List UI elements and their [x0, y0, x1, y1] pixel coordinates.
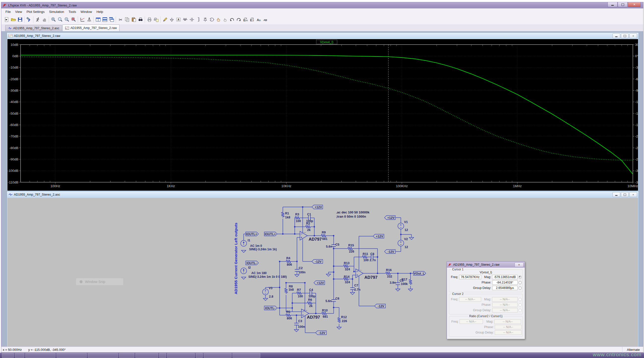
redo-button[interactable] [235, 16, 242, 23]
run-simulation-button[interactable] [34, 16, 41, 23]
cursor-dialog-title[interactable]: AD1955_Amp_797_Stereo_2.raw ✕ [447, 262, 525, 268]
copy-button[interactable] [124, 16, 130, 23]
net-flag-+12v[interactable]: +12V [373, 234, 384, 238]
taskbar-item[interactable] [232, 353, 260, 358]
spice-directive-button[interactable]: .op [262, 16, 269, 23]
title-bar[interactable]: LTspice XVII - AD1955_Amp_797_Stereo_2.r… [1, 2, 643, 8]
new-schematic-button[interactable] [3, 16, 10, 23]
net-flag--12v[interactable]: -12V [374, 304, 386, 308]
spice-directive-text[interactable]: ;tran 0 50m 0 1000n [336, 215, 366, 218]
drag-button[interactable] [222, 16, 228, 23]
spice-directive-text[interactable]: .ac dec 100 50 10000k [336, 210, 370, 214]
save-button[interactable] [16, 16, 23, 23]
schematic-canvas[interactable]: +12V-12V+12V-12V+12V-12V+12V-12VIOUTL+IO… [8, 198, 638, 348]
menu-item-help[interactable]: Help [94, 9, 105, 15]
open-file-button[interactable] [10, 16, 16, 23]
move-button[interactable] [215, 16, 222, 23]
taskbar-item[interactable] [167, 353, 195, 358]
print-preview-button[interactable] [153, 16, 160, 23]
taskbar-item[interactable] [135, 353, 158, 358]
minimize-button[interactable] [608, 2, 618, 7]
taskbar-item[interactable] [56, 353, 87, 358]
net-flag--12v[interactable]: -12V [316, 331, 326, 335]
close-button[interactable]: ✕ [628, 2, 641, 7]
place-inductor-button[interactable] [195, 16, 202, 23]
cut-button[interactable]: ✂ [117, 16, 124, 23]
menu-item-file[interactable]: File [3, 9, 13, 15]
halt-simulation-button[interactable] [41, 16, 48, 23]
net-flag-ioutl+[interactable]: IOUTL+ [246, 232, 258, 236]
taskbar-item[interactable] [2, 353, 14, 358]
child-minimize-button[interactable] [612, 192, 620, 197]
net-flag--12v[interactable]: -12V [312, 259, 323, 263]
place-capacitor-button[interactable] [188, 16, 195, 23]
maximize-button[interactable] [618, 2, 628, 7]
taskbar-item[interactable] [25, 353, 56, 358]
net-flag-+12v[interactable]: +12V [384, 216, 395, 220]
trace-title[interactable]: V(vout_l) [320, 40, 334, 44]
net-flag-+12v[interactable]: +12V [314, 281, 325, 285]
taskbar-item[interactable] [119, 353, 134, 358]
tab-waveform[interactable]: AD1955_Amp_797_Stereo_2.raw [62, 24, 120, 31]
place-ground-button[interactable] [168, 16, 175, 23]
component-label: 2.7n [354, 288, 360, 291]
menu-item-view[interactable]: View [13, 9, 24, 15]
tab-schematic[interactable]: AD1955_Amp_797_Stereo_2.asc [5, 25, 62, 31]
menu-item-window[interactable]: Window [78, 9, 94, 15]
net-flag-+12v[interactable]: +12V [312, 205, 323, 209]
net-flag-ioutl-[interactable]: IOUTL- [246, 261, 258, 265]
place-diode-button[interactable] [202, 16, 208, 23]
plot-settings-button[interactable] [86, 16, 92, 23]
menu-item-tools[interactable]: Tools [66, 9, 78, 15]
zoom-area-button[interactable] [50, 16, 57, 23]
child-close-button[interactable]: × [629, 192, 637, 197]
print-button[interactable] [146, 16, 153, 23]
net-flag-ioutl+[interactable]: IOUTL+ [264, 232, 277, 236]
windows-taskbar[interactable] [0, 353, 644, 358]
cursor1-mag-field[interactable]: -579.13651mdB [492, 275, 517, 279]
menu-item-simulation[interactable]: Simulation [47, 9, 66, 15]
place-label-button[interactable]: A [175, 16, 182, 23]
dialog-close-button[interactable]: ✕ [514, 262, 524, 267]
menu-item-plot-settings[interactable]: Plot Settings [24, 9, 47, 15]
taskbar-item[interactable] [204, 353, 232, 358]
cascade-windows-button[interactable] [108, 16, 115, 23]
taskbar-item[interactable] [15, 353, 24, 358]
taskbar-item[interactable] [159, 353, 166, 358]
cursor-dialog[interactable]: AD1955_Amp_797_Stereo_2.raw ✕ Cursor 1 V… [447, 261, 525, 339]
child-close-button[interactable]: × [629, 33, 637, 38]
place-resistor-button[interactable] [182, 16, 188, 23]
taskbar-item[interactable] [88, 353, 118, 358]
cursor1-gd-radio[interactable] [518, 286, 522, 290]
tile-horizontally-button[interactable] [102, 16, 108, 23]
cursor1-phase-field[interactable]: -84.214028° [492, 280, 518, 285]
waveform-window-title[interactable]: AD1955_Amp_797_Stereo_2.raw × [7, 33, 638, 39]
zoom-back-button[interactable] [57, 16, 64, 23]
schematic-window-title[interactable]: AD1955_Amp_797_Stereo_2.asc × [7, 191, 638, 197]
paste-button[interactable] [130, 16, 137, 23]
child-restore-button[interactable] [621, 33, 629, 38]
place-component-button[interactable] [208, 16, 215, 23]
autorange-button[interactable] [79, 16, 86, 23]
net-flag-voutl[interactable]: VOut_L [414, 271, 426, 275]
cursor1-freq-field[interactable]: 76.54787KHz [459, 275, 481, 279]
control-panel-button[interactable] [26, 16, 32, 23]
taskbar-item[interactable] [196, 353, 203, 358]
find-button[interactable] [137, 16, 144, 23]
draw-wire-button[interactable] [162, 16, 168, 23]
rotate-button[interactable]: E3 [249, 16, 255, 23]
net-flag-ioutl-[interactable]: IOUTL- [264, 306, 277, 310]
cursor1-mag-radio[interactable] [518, 276, 522, 279]
net-flag--12v[interactable]: -12V [384, 250, 395, 254]
tile-vertically-button[interactable] [95, 16, 102, 23]
cursor1-gd-field[interactable]: 2.6546989µs [492, 286, 518, 290]
mirror-button[interactable]: Em [242, 16, 249, 23]
child-minimize-button[interactable] [612, 33, 620, 38]
bode-plot[interactable]: 10dB0dB-10dB-20dB-30dB-40dB-50dB-60dB-70… [8, 39, 638, 191]
zoom-out-button[interactable] [64, 16, 70, 23]
place-text-button[interactable]: Aa [255, 16, 262, 23]
cursor1-phase-radio[interactable] [518, 281, 522, 284]
undo-button[interactable] [228, 16, 235, 23]
zoom-full-extents-button[interactable] [70, 16, 77, 23]
child-restore-button[interactable] [621, 192, 629, 197]
